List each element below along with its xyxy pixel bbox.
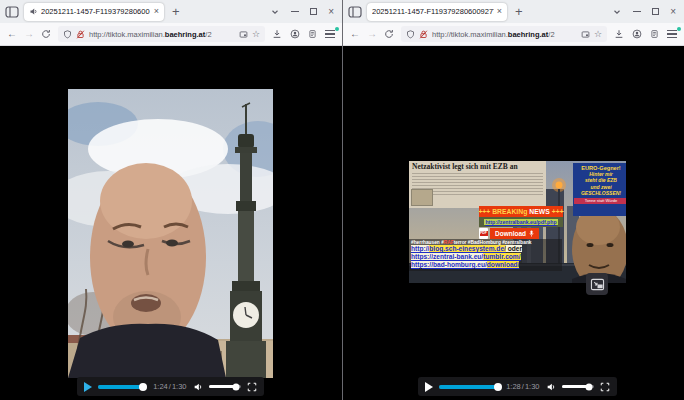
- video-frame-selfie[interactable]: [68, 89, 273, 378]
- url-text: http://tiktok.maximilian.baehring.at/2: [89, 30, 235, 39]
- page-action-icon[interactable]: [239, 30, 248, 39]
- page-content-left: 1:24/1:30: [0, 46, 342, 400]
- play-button[interactable]: [425, 382, 433, 392]
- caption-strip: Tonne statt Würde: [574, 198, 626, 204]
- bookmark-star-icon[interactable]: ☆: [594, 30, 602, 39]
- forward-button[interactable]: →: [367, 29, 377, 39]
- tab-audio-icon[interactable]: [29, 7, 38, 16]
- video-controls-left: 1:24/1:30: [77, 377, 264, 396]
- account-icon[interactable]: [290, 29, 300, 39]
- link-line-2: https://zentral-bank.eu/tumblr.com/: [411, 253, 560, 261]
- video-frame-collage[interactable]: Netzaktivist legt sich mit EZB an EURO-G…: [409, 161, 626, 283]
- back-button[interactable]: ←: [350, 29, 360, 39]
- menu-hamburger-icon[interactable]: [667, 30, 677, 38]
- tab-bar: 20251211-1457-F1193792806009277 × + ×: [343, 0, 684, 23]
- toolbar-icons: [272, 29, 335, 39]
- link-line-1: http://blog.sch-einesystem.de/ oder: [411, 245, 560, 253]
- menu-hamburger-icon[interactable]: [325, 30, 335, 38]
- insecure-lock-icon[interactable]: [76, 30, 85, 39]
- newspaper-clipping: Netzaktivist legt sich mit EZB an: [409, 161, 546, 208]
- pdf-link-text: http://zentralbank.eu/pdf.php: [484, 219, 557, 225]
- bookmark-star-icon[interactable]: ☆: [252, 30, 260, 39]
- firefox-view-icon[interactable]: [5, 6, 19, 18]
- window-controls: ×: [633, 7, 676, 17]
- link-line-3: https://bad-homburg.eu/download/: [411, 261, 560, 269]
- tab-list-chevron-icon[interactable]: [270, 7, 280, 17]
- video-player-right[interactable]: Netzaktivist legt sich mit EZB an EURO-G…: [409, 46, 626, 398]
- address-bar[interactable]: http://tiktok.maximilian.baehring.at/2 ☆: [401, 26, 607, 42]
- video-player-left[interactable]: 1:24/1:30: [68, 89, 273, 398]
- pdf-icon: PDF: [479, 228, 488, 239]
- seek-thumb[interactable]: [494, 383, 502, 391]
- navigation-bar: ← → http://tiktok.maximilian.baehring.at…: [0, 23, 342, 46]
- mute-icon[interactable]: [193, 382, 203, 392]
- menu-update-badge: [335, 27, 339, 31]
- seek-bar[interactable]: [98, 385, 147, 389]
- browser-window-right: 20251211-1457-F1193792806009277 × + × ← …: [342, 0, 684, 400]
- firefox-view-icon[interactable]: [348, 6, 362, 18]
- sidebar-page-icon[interactable]: [308, 29, 317, 39]
- breaking-news-banner: +++ BREAKINgNEWS+++: [479, 206, 563, 217]
- tab-active[interactable]: 20251211-1457-F119379280600 ×: [24, 3, 164, 21]
- navigation-bar: ← → http://tiktok.maximilian.baehring.at…: [343, 23, 684, 46]
- reload-icon[interactable]: [384, 29, 394, 39]
- toolbar-icons: [614, 29, 677, 39]
- mute-icon[interactable]: [546, 382, 556, 392]
- newspaper-headline: Netzaktivist legt sich mit EZB an: [412, 163, 543, 171]
- volume-slider[interactable]: [562, 385, 594, 388]
- seek-thumb[interactable]: [139, 383, 147, 391]
- menu-update-badge: [677, 27, 681, 31]
- browser-window-left: 20251211-1457-F119379280600 × + × ← →: [0, 0, 342, 400]
- maximize-button[interactable]: [310, 8, 317, 15]
- tab-list-chevron-icon[interactable]: [612, 7, 622, 17]
- seek-bar[interactable]: [439, 385, 500, 389]
- dual-browser-screen: 20251211-1457-F119379280600 × + × ← →: [0, 0, 684, 400]
- volume-slider[interactable]: [209, 385, 241, 388]
- pdf-link-row: http://zentralbank.eu/pdf.php: [479, 217, 563, 227]
- caption-box: EURO-Gegner! Hinter mir steht die EZB un…: [573, 163, 626, 216]
- video-controls-right: 1:28/1:30: [418, 377, 617, 396]
- address-bar[interactable]: http://tiktok.maximilian.baehring.at/2 ☆: [58, 26, 265, 42]
- forward-button[interactable]: →: [24, 29, 34, 39]
- maximize-button[interactable]: [652, 8, 659, 15]
- new-tab-button[interactable]: +: [169, 5, 183, 18]
- volume-thumb[interactable]: [586, 383, 593, 390]
- account-icon[interactable]: [632, 29, 642, 39]
- tracking-shield-icon[interactable]: [406, 30, 415, 39]
- tab-bar: 20251211-1457-F119379280600 × + ×: [0, 0, 342, 23]
- tab-title: 20251211-1457-F119379280600: [41, 7, 151, 16]
- tab-close-icon[interactable]: ×: [497, 7, 502, 16]
- reload-icon[interactable]: [41, 29, 51, 39]
- back-button[interactable]: ←: [7, 29, 17, 39]
- close-window-button[interactable]: ×: [670, 7, 676, 17]
- tab-active[interactable]: 20251211-1457-F1193792806009277 ×: [367, 3, 507, 21]
- picture-in-picture-button[interactable]: [586, 273, 608, 295]
- download-button-graphic: Download: [490, 228, 539, 239]
- tab-title: 20251211-1457-F1193792806009277: [372, 7, 494, 16]
- new-tab-button[interactable]: +: [512, 5, 526, 18]
- tab-close-icon[interactable]: ×: [154, 7, 159, 16]
- play-button[interactable]: [84, 382, 92, 392]
- time-display: 1:24/1:30: [153, 382, 187, 391]
- links-overlay: #herrhausen #RAFterror #BadHomburg #zent…: [409, 239, 562, 271]
- fullscreen-icon[interactable]: [600, 382, 610, 392]
- page-action-icon[interactable]: [581, 30, 590, 39]
- microphone-icon: [529, 229, 534, 238]
- page-content-right: Netzaktivist legt sich mit EZB an EURO-G…: [343, 46, 684, 400]
- url-text: http://tiktok.maximilian.baehring.at/2: [432, 30, 577, 39]
- minimize-button[interactable]: [633, 11, 641, 13]
- fullscreen-icon[interactable]: [247, 382, 257, 392]
- minimize-button[interactable]: [291, 11, 299, 13]
- insecure-lock-icon[interactable]: [419, 30, 428, 39]
- close-window-button[interactable]: ×: [328, 7, 334, 17]
- window-controls: ×: [291, 7, 334, 17]
- downloads-icon[interactable]: [614, 29, 624, 39]
- volume-thumb[interactable]: [233, 383, 240, 390]
- tracking-shield-icon[interactable]: [63, 30, 72, 39]
- time-display: 1:28/1:30: [506, 382, 540, 391]
- downloads-icon[interactable]: [272, 29, 282, 39]
- newspaper-photo: [411, 189, 433, 206]
- sidebar-page-icon[interactable]: [650, 29, 659, 39]
